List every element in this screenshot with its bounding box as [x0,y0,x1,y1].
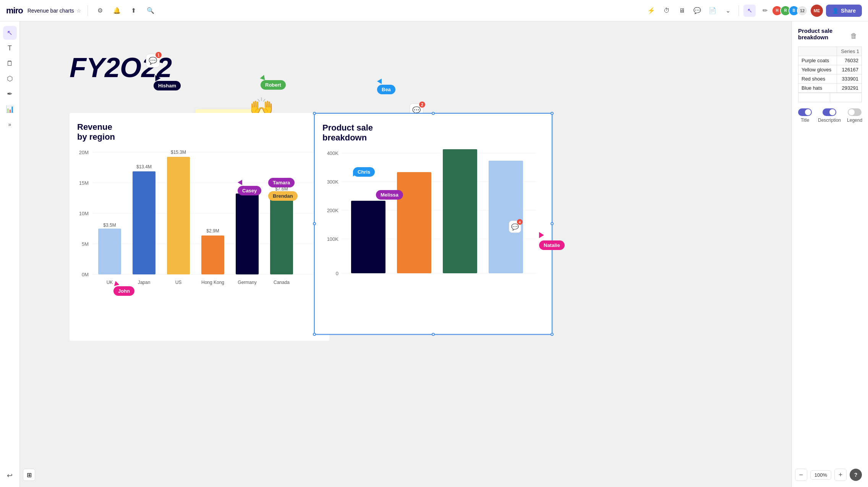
handle-left[interactable] [313,222,316,225]
legend-toggle[interactable] [848,108,862,116]
chris-label: Chris [353,167,375,177]
svg-rect-25 [270,194,293,274]
robert-cursor: Robert [261,75,266,80]
tamara-label: Tamara [268,178,295,187]
toolbar-sep2 [738,5,739,16]
handle-tr[interactable] [551,112,554,115]
product-chart[interactable]: Product salebreakdown 400K 300K 200K 100… [314,113,552,335]
svg-text:$2.9M: $2.9M [206,228,219,234]
bell-icon[interactable]: 🔔 [111,5,123,17]
search-icon[interactable]: 🔍 [144,5,157,17]
toolbar-right: ⚡ ⏱ 🖥 💬 📄 ⌄ ↖ ✏ H R B 12 ME 👤 Share [645,5,862,17]
delete-icon[interactable]: 🗑 [850,32,857,40]
description-toggle-item: Description [818,108,841,123]
handle-top[interactable] [432,112,435,115]
svg-text:Germany: Germany [238,280,256,285]
natalie-cursor: Natalie [539,232,544,239]
sidebar-bottom: ↩ [3,469,17,482]
brendan-label: Brendan [268,191,298,201]
toolbar: miro Revenue bar charts ☆ ⚙ 🔔 ⬆ 🔍 ⚡ ⏱ 🖥 … [0,0,868,21]
svg-rect-38 [351,201,385,273]
row-label: Blue hats [798,84,837,93]
miro-logo: miro [6,6,23,16]
table-row: Red shoes333901 [798,74,862,84]
title-toggle[interactable] [798,108,812,116]
svg-rect-13 [133,171,155,274]
cursor-mode-icon[interactable]: ↖ [743,5,756,17]
panel-toggle[interactable]: ⊞ [23,469,35,481]
description-toggle-label: Description [818,118,841,123]
handle-right[interactable] [551,222,554,225]
badge-count: 1 [155,52,162,58]
svg-text:0M: 0M [82,272,89,277]
pen-tool-icon[interactable]: ✒ [3,87,17,101]
pen-mode-icon[interactable]: ✏ [759,5,771,17]
hisham-cursor: Hisham [154,75,160,81]
toggle-knob3 [849,109,855,115]
svg-text:UK: UK [107,280,113,285]
more-icon[interactable]: ⌄ [722,5,734,17]
settings-icon[interactable]: ⚙ [94,5,106,17]
handle-bottom[interactable] [432,333,435,336]
svg-rect-39 [397,172,431,273]
description-toggle[interactable] [823,108,836,116]
hisham-label: Hisham [154,81,181,90]
star-icon[interactable]: ☆ [76,8,81,14]
john-cursor: John [113,281,119,286]
handle-tl[interactable] [313,112,316,115]
doc-icon[interactable]: 📄 [706,5,719,17]
help-button[interactable]: ? [850,469,862,481]
svg-rect-41 [489,161,523,273]
casey-cursor: Casey [238,180,242,186]
row-value: 76032 [837,56,862,65]
zoom-minus-button[interactable]: − [795,469,807,481]
svg-text:15M: 15M [79,180,89,186]
share-icon: 👤 [832,8,839,14]
left-sidebar: ↖ T 🗒 ⬡ ✒ 📊 » ↩ [0,21,20,487]
panel-header: Product sale breakdown 🗑 [798,27,862,40]
col-label-header [798,47,837,56]
row-label: Yellow gloves [798,65,837,74]
toggle-knob [805,109,811,115]
handle-bl[interactable] [313,333,316,336]
sticky-tool-icon[interactable]: 🗒 [3,56,17,70]
chat-badge[interactable]: 💬 1 [146,54,160,68]
badge-count-3: 4 [517,219,523,225]
avatar-group: H R B 12 [774,5,808,16]
series-header: Series 1 [837,47,862,56]
chris-cursor: Chris [353,171,358,177]
text-tool-icon[interactable]: T [3,41,17,55]
select-tool-icon[interactable]: ↖ [3,26,17,40]
svg-rect-19 [201,235,224,274]
upload-icon[interactable]: ⬆ [128,5,140,17]
bea-label: Bea [377,85,395,94]
right-panel: Product sale breakdown 🗑 Series 1 Purple… [792,21,868,487]
chat-badge-3[interactable]: 💬 4 [509,221,521,233]
svg-text:US: US [175,280,182,285]
timer-icon[interactable]: ⏱ [661,5,673,17]
lightning-icon[interactable]: ⚡ [645,5,657,17]
toggle-knob2 [829,109,836,115]
toolbar-separator [87,5,88,16]
avatar-count: 12 [797,5,808,16]
canvas: FY2O22 💬 1 Hisham Robert Bea 🙌 [20,21,868,487]
svg-text:200K: 200K [327,208,339,213]
chart-tool-icon[interactable]: 📊 [3,102,17,116]
revenue-chart-svg: 20M 15M 10M 5M 0M $3.5M UK $13.4M Japan [77,148,322,332]
canvas-content: FY2O22 💬 1 Hisham Robert Bea 🙌 [43,29,578,373]
handle-br[interactable] [551,333,554,336]
svg-text:$13.4M: $13.4M [136,164,152,169]
svg-text:0: 0 [336,271,338,276]
present-icon[interactable]: 🖥 [676,5,688,17]
comment-icon[interactable]: 💬 [691,5,703,17]
product-chart-title: Product salebreakdown [322,123,544,143]
title-toggle-label: Title [801,118,809,123]
more-tools-icon[interactable]: » [3,118,17,131]
shapes-tool-icon[interactable]: ⬡ [3,72,17,85]
revenue-chart-title: Revenueby region [77,122,322,142]
row-value: 126167 [837,65,862,74]
zoom-plus-button[interactable]: + [834,469,847,481]
doc-title: Revenue bar charts ☆ [28,8,81,14]
undo-icon[interactable]: ↩ [3,469,17,482]
share-button[interactable]: 👤 Share [826,5,862,17]
